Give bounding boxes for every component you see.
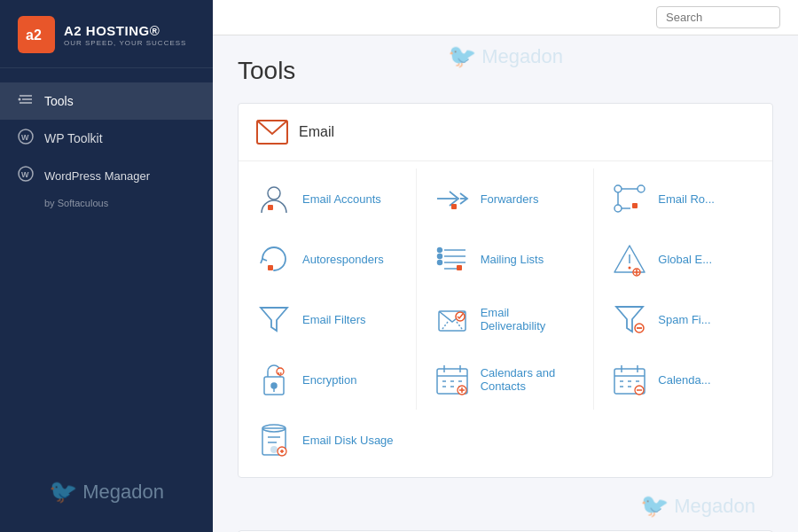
sidebar-logo: a2 A2 HOSTING® OUR SPEED, YOUR SUCCESS (0, 0, 213, 68)
grid-item-email-filters[interactable]: Email Filters (239, 289, 417, 349)
grid-item-mailing-lists[interactable]: Mailing Lists (417, 229, 595, 289)
email-section-title: Email (299, 124, 334, 140)
grid-item-email-deliverability[interactable]: Email Deliverability (417, 289, 595, 349)
email-card: Email Email Accounts (238, 103, 773, 478)
search-input[interactable] (656, 6, 780, 28)
sidebar-watermark: 🐦 Megadon (49, 478, 164, 505)
svg-rect-30 (457, 265, 462, 270)
wordpress-manager-icon: W (18, 166, 34, 185)
svg-text:W: W (21, 133, 29, 142)
email-grid: Email Accounts Forwarders (239, 161, 772, 477)
grid-item-email-accounts[interactable]: Email Accounts (239, 168, 417, 229)
grid-item-calendars2[interactable]: Calenda... (594, 349, 772, 410)
sidebar-nav: Tools W WP Toolkit W WordPress Manager (0, 68, 213, 231)
topbar (213, 0, 798, 35)
content-area: 🐦 Megadon Tools Email (213, 35, 798, 532)
autoresponders-label: Autoresponders (302, 253, 384, 266)
calendars-contacts-label: Calendars and Contacts (481, 366, 576, 393)
forwarders-label: Forwarders (481, 192, 539, 206)
logo-icon: a2 (18, 16, 55, 53)
svg-text:W: W (21, 170, 29, 179)
grid-item-forwarders[interactable]: Forwarders (417, 168, 595, 229)
svg-rect-14 (451, 204, 457, 209)
email-deliverability-label: Email Deliverability (481, 306, 576, 332)
svg-marker-38 (261, 308, 287, 331)
logo-sub: OUR SPEED, YOUR SUCCESS (64, 39, 186, 47)
svg-point-10 (268, 187, 280, 200)
sidebar-item-tools[interactable]: Tools (0, 82, 213, 120)
sidebar-label-tools: Tools (44, 94, 74, 108)
email-routing-label: Email Ro... (658, 192, 715, 206)
email-accounts-label: Email Accounts (302, 192, 381, 206)
svg-rect-21 (632, 203, 638, 208)
sidebar: a2 A2 HOSTING® OUR SPEED, YOUR SUCCESS T… (0, 0, 213, 532)
sidebar-item-wp-toolkit[interactable]: W WP Toolkit (0, 120, 213, 157)
grid-item-calendars-contacts[interactable]: Calendars and Contacts (417, 349, 595, 410)
sidebar-by-softaculous: by Softaculous (44, 198, 108, 208)
svg-point-33 (629, 267, 631, 270)
encryption-label: Encryption (302, 373, 356, 387)
sidebar-label-wp-toolkit: WP Toolkit (44, 131, 103, 145)
wp-toolkit-icon: W (18, 129, 34, 148)
spam-filters-label: Spam Fi... (658, 313, 710, 326)
email-header-icon (256, 116, 288, 148)
grid-item-email-disk-usage[interactable]: Email Disk Usage (239, 410, 417, 470)
grid-item-autoresponders[interactable]: Autoresponders (239, 229, 417, 289)
svg-point-27 (437, 248, 442, 253)
svg-point-29 (437, 261, 442, 265)
logo-main: A2 HOSTING® (64, 23, 186, 38)
svg-point-16 (638, 185, 645, 192)
sidebar-item-wordpress-manager[interactable]: W WordPress Manager by Softaculous (0, 157, 213, 217)
svg-text:••: •• (278, 370, 282, 376)
main-content: 🐦 Megadon Tools Email (213, 0, 798, 532)
svg-rect-22 (268, 265, 273, 270)
tools-icon (18, 91, 34, 111)
grid-item-email-routing[interactable]: Email Ro... (594, 168, 772, 229)
email-disk-usage-label: Email Disk Usage (302, 434, 394, 447)
svg-rect-11 (268, 205, 273, 210)
mailing-lists-label: Mailing Lists (481, 253, 544, 266)
email-filters-label: Email Filters (302, 313, 366, 326)
grid-item-global-email[interactable]: Global E... (594, 229, 772, 289)
svg-text:a2: a2 (26, 27, 42, 43)
svg-point-28 (437, 254, 442, 259)
global-email-label: Global E... (658, 253, 712, 266)
sidebar-label-wordpress-manager: WordPress Manager (44, 169, 150, 183)
grid-item-encryption[interactable]: •• Encryption (239, 349, 417, 410)
page-title: Tools (238, 57, 773, 85)
svg-point-47 (271, 383, 277, 388)
svg-point-17 (614, 205, 622, 212)
email-card-header: Email (239, 104, 772, 161)
grid-item-spam-filters[interactable]: Spam Fi... (594, 289, 772, 349)
calendars2-label: Calenda... (658, 373, 710, 387)
svg-point-4 (19, 98, 21, 101)
svg-point-82 (270, 446, 278, 453)
bottom-watermark: 🐦 Megadon (238, 492, 773, 520)
svg-point-15 (614, 185, 622, 192)
